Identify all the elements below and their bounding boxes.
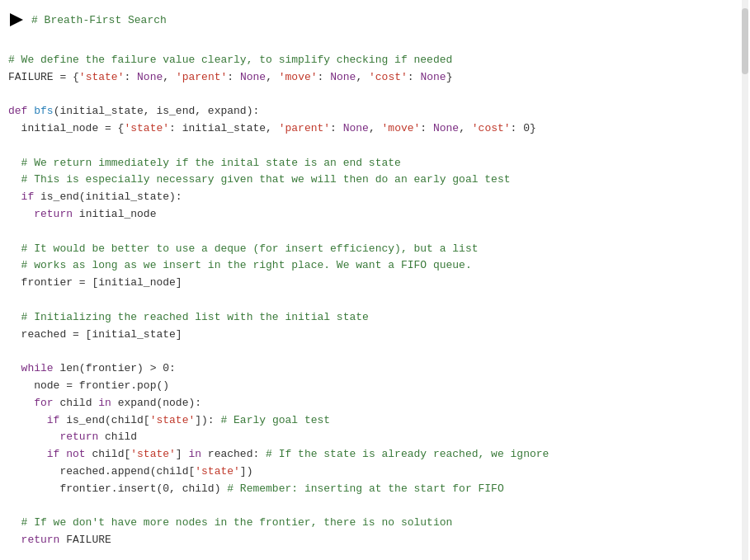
code-body: # We define the failure value clearly, t… [0,35,750,558]
code-line [8,498,742,515]
code-line: # works as long as we insert in the righ… [8,257,742,275]
code-line [8,343,742,360]
scrollbar-thumb[interactable] [742,8,748,74]
run-button[interactable] [8,12,25,28]
code-line: if is_end(initial_state): [8,189,742,206]
code-line: reached.append(child['state']) [8,464,742,481]
code-line: reached = [initial_state] [8,327,742,344]
play-icon [10,13,23,26]
code-line [8,224,742,241]
code-line: if not child['state'] in reached: # If t… [8,446,742,464]
code-container: # Breath-First Search # We define the fa… [0,0,750,560]
code-line: FAILURE = {'state': None, 'parent': None… [8,69,742,87]
code-line: node = frontier.pop() [8,378,742,395]
code-line [8,35,742,52]
code-line: frontier.insert(0, child) # Remember: in… [8,481,742,498]
code-line [8,138,742,155]
code-line: return FAILURE [8,532,742,549]
code-line [8,292,742,309]
code-line: initial_node = {'state': initial_state, … [8,120,742,138]
code-line: # We define the failure value clearly, t… [8,52,742,69]
code-title: # Breath-First Search [31,14,167,26]
code-line: return initial_node [8,206,742,224]
code-line: for child in expand(node): [8,395,742,412]
code-line: frontier = [initial_node] [8,275,742,292]
code-line: return child [8,429,742,446]
code-line: # This is especially necessary given tha… [8,172,742,189]
code-header: # Breath-First Search [0,8,750,35]
code-line: def bfs(initial_state, is_end, expand): [8,103,742,120]
scrollbar-track [742,0,748,560]
code-line: # We return immediately if the inital st… [8,155,742,172]
code-line: while len(frontier) > 0: [8,360,742,378]
code-line: # If we don't have more nodes in the fro… [8,515,742,532]
code-line: # It would be better to use a deque (for… [8,241,742,258]
code-line [8,86,742,103]
code-line: if is_end(child['state']): # Early goal … [8,412,742,430]
code-line: # Initializing the reached list with the… [8,309,742,327]
